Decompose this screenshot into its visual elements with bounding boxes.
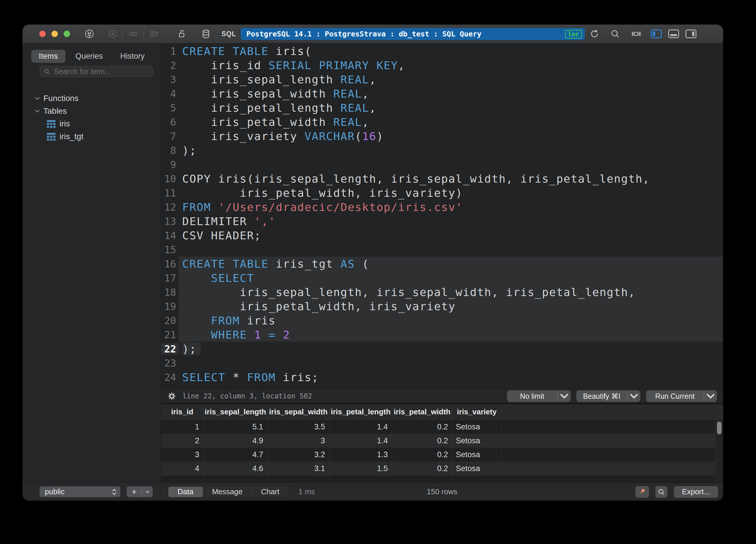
- plus-icon: +: [127, 488, 142, 496]
- cursor-position: line 22, column 3, location 502: [182, 392, 312, 400]
- beautify-button[interactable]: Beautify ⌘I: [576, 390, 640, 402]
- table-row[interactable]: 15.13.51.40.2Setosa: [161, 420, 723, 434]
- column-header-iris_petal_width[interactable]: iris_petal_width: [392, 404, 452, 420]
- export-button[interactable]: Export...: [674, 486, 718, 498]
- tree-section-tables[interactable]: Tables: [23, 105, 161, 117]
- line-number: 20: [161, 315, 179, 327]
- query-log-icon[interactable]: [148, 28, 160, 40]
- column-header-iris_id[interactable]: iris_id: [161, 404, 204, 420]
- cell-iris_petal_width: 0.2: [392, 462, 452, 475]
- database-icon[interactable]: [200, 28, 212, 40]
- code-text: iris_petal_length REAL,: [179, 101, 723, 115]
- table-row[interactable]: [161, 475, 723, 483]
- cell-iris_id: 2: [161, 434, 204, 448]
- pin-icon: [639, 488, 646, 496]
- line-number: 7: [161, 130, 179, 142]
- result-tab-chart[interactable]: Chart: [252, 487, 289, 497]
- run-current-button[interactable]: Run Current: [646, 390, 717, 402]
- result-tab-data[interactable]: Data: [168, 487, 203, 497]
- cell-iris_variety: Setosa: [452, 420, 501, 434]
- connection-plug-icon[interactable]: [84, 28, 95, 40]
- lock-icon[interactable]: [176, 28, 187, 40]
- line-number: 1: [161, 45, 179, 57]
- layout-right-panel-button[interactable]: [685, 29, 696, 38]
- tree-section-label: Functions: [43, 94, 78, 103]
- code-line: 12FROM '/Users/dradecic/Desktop/iris.csv…: [161, 200, 723, 214]
- tree-section-label: Tables: [43, 106, 67, 116]
- pin-result-button[interactable]: [635, 486, 649, 498]
- refresh-icon[interactable]: [589, 28, 600, 40]
- traffic-lights: [39, 31, 70, 37]
- tab-items[interactable]: Items: [31, 50, 65, 63]
- scrollbar-thumb[interactable]: [717, 422, 722, 434]
- code-line: 10COPY iris(iris_sepal_length, iris_sepa…: [161, 171, 723, 186]
- cell-iris_id: 3: [161, 448, 204, 462]
- column-header-iris_sepal_width[interactable]: iris_sepal_width: [268, 404, 329, 420]
- cell-iris_petal_width: 0.2: [392, 434, 452, 448]
- table-row[interactable]: 44.63.11.50.2Setosa: [161, 462, 723, 475]
- code-text: iris_petal_width, iris_variety: [179, 299, 723, 314]
- code-line: 8);: [161, 143, 723, 157]
- code-text: iris_sepal_length, iris_sepal_width, iri…: [179, 285, 723, 299]
- search-input[interactable]: [54, 67, 149, 76]
- code-line: 18 iris_sepal_length, iris_sepal_width, …: [161, 285, 723, 299]
- line-number: 14: [161, 230, 179, 241]
- code-text: iris_variety VARCHAR(16): [179, 129, 723, 143]
- close-button[interactable]: [39, 31, 46, 37]
- column-header-iris_petal_length[interactable]: iris_petal_length: [329, 404, 392, 420]
- cell-iris_sepal_width: 3.1: [268, 462, 329, 475]
- chevron-down-icon: [628, 390, 640, 403]
- query-time: 1 ms: [298, 487, 315, 496]
- app-window: SQL PostgreSQL 14.1 : PostgresStrava : d…: [23, 25, 723, 501]
- table-row[interactable]: 34.73.21.30.2Setosa: [161, 448, 723, 462]
- tab-history[interactable]: History: [113, 50, 152, 63]
- sql-tab-label: SQL: [222, 25, 236, 43]
- cell-iris_id: 4: [161, 462, 204, 475]
- code-line: 6 iris_petal_width REAL,: [161, 115, 723, 129]
- disconnect-icon[interactable]: [107, 28, 119, 40]
- line-number: 21: [161, 329, 179, 341]
- bottombar-sidebar-section: public +: [23, 483, 161, 501]
- code-text: iris_id SERIAL PRIMARY KEY,: [179, 58, 723, 72]
- column-header-iris_sepal_length[interactable]: iris_sepal_length: [204, 404, 268, 420]
- limit-button[interactable]: No limit: [507, 390, 571, 402]
- toolbar-separator: [122, 29, 123, 39]
- result-tab-message[interactable]: Message: [203, 487, 252, 497]
- results-scrollbar[interactable]: [715, 420, 723, 483]
- schema-select[interactable]: public: [40, 486, 120, 497]
- line-number: 6: [161, 116, 179, 128]
- cell-iris_sepal_length: 4.6: [204, 462, 268, 475]
- cell-iris_petal_width: [392, 475, 452, 483]
- toolbar-separator: [682, 30, 683, 38]
- zoom-button[interactable]: [64, 31, 70, 37]
- window-title-badge[interactable]: PostgreSQL 14.1 : PostgresStrava : db_te…: [241, 28, 585, 40]
- code-line: 3 iris_sepal_length REAL,: [161, 72, 723, 86]
- layout-bottom-panel-button[interactable]: [668, 29, 679, 38]
- code-text: SELECT * FROM iris;: [179, 370, 723, 384]
- line-number: 9: [161, 159, 179, 170]
- column-header-iris_variety[interactable]: iris_variety: [452, 404, 501, 420]
- gear-icon[interactable]: [167, 392, 176, 401]
- structure-view-icon[interactable]: [630, 28, 642, 40]
- line-number: 17: [161, 272, 179, 284]
- code-line: 7 iris_variety VARCHAR(16): [161, 129, 723, 143]
- sidebar-item-iris[interactable]: iris: [23, 117, 161, 130]
- search-results-button[interactable]: [655, 486, 668, 498]
- table-row[interactable]: 24.931.40.2Setosa: [161, 434, 723, 448]
- sidebar-item-iris_tgt[interactable]: iris_tgt: [23, 130, 161, 143]
- search-icon[interactable]: [609, 28, 621, 40]
- code-text: CSV HEADER;: [179, 228, 723, 242]
- code-line: 20 FROM iris: [161, 314, 723, 328]
- minimize-button[interactable]: [51, 31, 58, 37]
- add-item-button[interactable]: +: [127, 486, 153, 497]
- cell-filler: [501, 448, 723, 462]
- tab-queries[interactable]: Queries: [68, 50, 110, 63]
- preview-eye-icon[interactable]: [127, 28, 139, 40]
- results-header: iris_idiris_sepal_lengthiris_sepal_width…: [161, 404, 723, 420]
- tree-section-functions[interactable]: Functions: [23, 92, 161, 105]
- layout-left-panel-button[interactable]: [651, 29, 662, 38]
- code-text: iris_sepal_length REAL,: [179, 72, 723, 86]
- result-view-tabs: DataMessageChart: [167, 486, 290, 498]
- search-icon: [43, 68, 50, 75]
- sql-editor[interactable]: 1CREATE TABLE iris(2 iris_id SERIAL PRIM…: [161, 43, 723, 389]
